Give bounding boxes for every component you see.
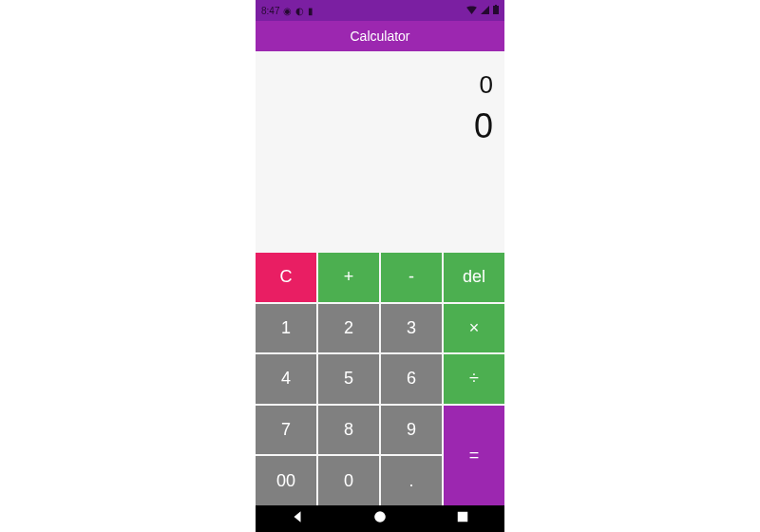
signal-icon — [481, 6, 489, 16]
wifi-icon — [466, 6, 477, 16]
navigation-bar — [256, 505, 504, 532]
digit-3-button[interactable]: 3 — [381, 304, 442, 353]
nav-back-button[interactable] — [291, 510, 304, 527]
decimal-button[interactable]: . — [381, 456, 442, 505]
svg-rect-0 — [493, 6, 499, 14]
keypad: C + - del 1 2 3 × 4 5 6 ÷ 7 8 9 = 00 0 . — [256, 253, 504, 505]
status-bar: 8:47 ◉ ◐ ▮ — [256, 0, 504, 21]
status-time: 8:47 — [261, 6, 279, 16]
display-area: 0 0 — [256, 51, 504, 253]
app-title: Calculator — [350, 28, 409, 44]
digit-00-button[interactable]: 00 — [256, 456, 316, 505]
svg-point-2 — [374, 511, 386, 522]
digit-0-button[interactable]: 0 — [318, 456, 379, 505]
svg-rect-1 — [495, 5, 497, 6]
equals-button[interactable]: = — [444, 406, 504, 505]
digit-5-button[interactable]: 5 — [318, 354, 379, 404]
digit-2-button[interactable]: 2 — [318, 304, 379, 353]
multiply-button[interactable]: × — [444, 304, 504, 353]
minus-button[interactable]: - — [381, 253, 442, 302]
delete-button[interactable]: del — [444, 253, 504, 302]
notification-icon: ◐ — [295, 6, 304, 16]
svg-rect-3 — [458, 512, 468, 522]
digit-8-button[interactable]: 8 — [318, 406, 379, 455]
digit-9-button[interactable]: 9 — [381, 406, 442, 455]
digit-6-button[interactable]: 6 — [381, 354, 442, 404]
notification-card-icon: ▮ — [308, 6, 314, 16]
plus-button[interactable]: + — [318, 253, 379, 302]
nav-recent-button[interactable] — [456, 510, 469, 527]
digit-1-button[interactable]: 1 — [256, 304, 316, 353]
digit-4-button[interactable]: 4 — [256, 354, 316, 404]
digit-7-button[interactable]: 7 — [256, 406, 316, 455]
expression-display: 0 — [480, 70, 493, 100]
result-display: 0 — [474, 105, 493, 146]
nav-home-button[interactable] — [373, 510, 387, 527]
divide-button[interactable]: ÷ — [444, 354, 504, 404]
clear-button[interactable]: C — [256, 253, 316, 302]
notification-dot-icon: ◉ — [283, 6, 292, 16]
app-bar: Calculator — [256, 21, 504, 51]
phone-frame: 8:47 ◉ ◐ ▮ Calculator 0 0 C + - del 1 2 — [256, 0, 504, 532]
battery-icon — [493, 5, 499, 16]
